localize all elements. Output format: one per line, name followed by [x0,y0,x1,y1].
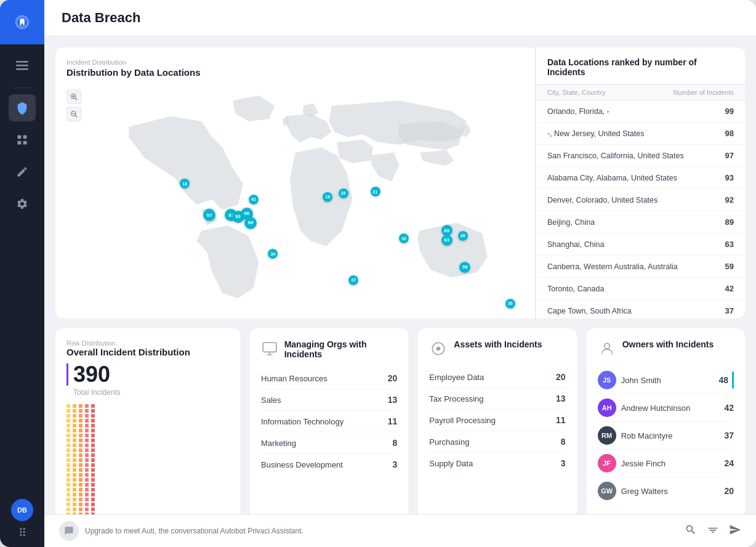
map-pin[interactable]: 18 [180,179,190,188]
risk-dot [79,444,82,447]
sidebar-item-tools[interactable] [9,158,36,185]
risk-dot [85,424,89,427]
risk-card: Risk Distribution Overall Incident Distr… [55,328,240,514]
map-pin[interactable]: 34 [268,249,278,259]
sidebar-bottom: DB ⠿ [11,499,33,547]
risk-dot [66,498,70,501]
share-bottom-icon[interactable] [729,524,741,538]
risk-number: 390 [73,363,110,386]
owners-card: Owners with Incidents JS John Smith 48 A… [587,328,745,514]
orgs-row: Sales13 [261,389,397,411]
risk-dot [73,508,76,511]
map-section: Incident Distribution Distribution by Da… [55,47,535,318]
risk-dot [85,429,89,432]
assets-row-val: 3 [561,458,566,468]
risk-dot [79,513,82,514]
map-pin[interactable]: 26 [458,231,468,241]
dl-count: 98 [725,129,734,138]
risk-dot [79,508,82,511]
risk-dot [73,458,76,462]
map-pin[interactable]: 28 [339,188,348,198]
map-pin[interactable]: 42 [249,195,259,205]
dl-count: 42 [725,284,734,293]
map-pin[interactable]: 18 [323,192,332,202]
sidebar-item-shield[interactable] [9,94,36,121]
risk-dot [85,404,89,408]
assets-row-label: Purchasing [429,437,469,447]
assets-row-val: 13 [556,394,566,403]
risk-dot [79,453,82,457]
dl-count: 89 [725,217,734,227]
risk-dot [66,439,70,442]
search-bottom-icon[interactable] [685,524,697,538]
user-avatar[interactable]: DB [11,499,33,521]
sidebar-menu[interactable] [9,52,36,79]
owner-avatar: GW [598,482,616,500]
owner-count: 48 [718,375,728,385]
map-pin[interactable]: 59 [459,262,470,273]
risk-dot [85,473,89,477]
risk-dot [73,503,76,506]
sidebar-item-settings[interactable] [9,190,36,217]
owner-count: 20 [724,486,734,496]
owner-count: 24 [724,458,734,468]
main-content: Data Breach Incident Distribution Distri… [44,0,756,547]
risk-dot [73,513,76,514]
risk-dot [91,468,95,472]
owner-count-group: 20 [724,486,734,496]
map-pin[interactable]: 21 [371,187,380,197]
risk-dot [66,508,70,511]
data-locations-panel: Data Locations ranked by number of Incid… [536,47,745,318]
risk-dot [79,448,82,452]
orgs-title: Managing Orgs with Incidents [284,339,398,359]
dl-location: Cape Town, South Africa [547,307,632,315]
bottom-row: Risk Distribution Overall Incident Distr… [55,328,745,514]
risk-dot [91,493,95,496]
svg-rect-17 [263,342,276,352]
risk-dot [91,444,95,447]
dot-col [79,404,82,514]
owner-info: JF Jessie Finch [598,454,666,472]
map-pin[interactable]: 63 [441,235,452,246]
orgs-icon [261,339,278,358]
orgs-row-label: Sales [261,395,281,405]
owner-name: Jessie Finch [621,459,666,468]
map-pin[interactable]: 97 [203,209,215,221]
dl-count: 37 [725,306,734,315]
risk-dot [66,458,70,462]
risk-dot [66,444,70,447]
risk-dot [91,453,95,457]
risk-dot [73,419,76,423]
app-logo[interactable] [0,0,44,44]
owners-title: Owners with Incidents [622,339,714,349]
risk-dot [79,414,82,418]
owner-count-group: 48 [718,371,734,389]
svg-rect-3 [16,61,28,63]
bottom-bar-right [685,524,741,538]
sidebar-item-dashboard[interactable] [9,126,36,153]
risk-dot [79,488,82,492]
risk-dot [66,493,70,496]
map-pin[interactable]: 37 [348,275,358,285]
risk-dot [66,404,70,408]
map-pin[interactable]: 99 [244,217,257,229]
owner-info: GW Greg Walters [598,482,668,500]
risk-dot [91,503,95,506]
risk-dot [73,488,76,492]
filter-bottom-icon[interactable] [707,524,719,538]
risk-dot [73,448,76,452]
orgs-row-label: Human Resources [261,374,328,383]
dl-location: Alabama City, Alabama, United States [547,174,677,182]
risk-dot [79,419,82,423]
dl-location: San Francisco, California, United States [547,152,684,160]
dl-location: -, New Jersey, United States [547,129,644,138]
chat-icon[interactable] [59,521,79,541]
owner-info: JS John Smith [598,371,661,389]
map-pin[interactable]: 36 [505,299,515,309]
owner-avatar: JS [598,371,616,389]
risk-dot [66,453,70,457]
map-pin[interactable]: 30 [399,233,409,243]
sidebar-apps-icon[interactable]: ⠿ [18,526,26,540]
svg-rect-9 [23,141,27,145]
risk-dot [85,434,89,437]
